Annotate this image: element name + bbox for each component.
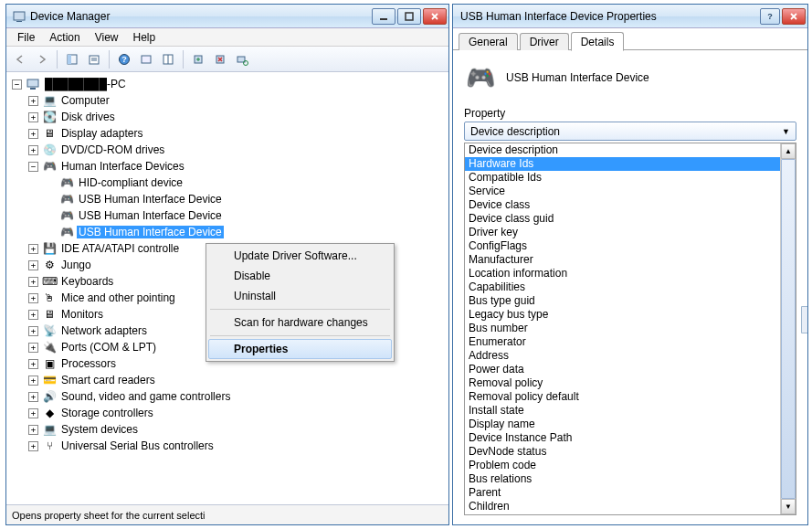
scrollbar[interactable]: ▲ ▼: [780, 143, 796, 514]
context-uninstall[interactable]: Uninstall: [208, 286, 392, 306]
menu-help[interactable]: Help: [126, 29, 163, 46]
property-list-item[interactable]: Device class guid: [465, 212, 780, 226]
property-list-item[interactable]: Bus type guid: [465, 294, 780, 308]
view-devices-button[interactable]: [136, 49, 156, 69]
maximize-button[interactable]: [397, 8, 421, 25]
tree-category[interactable]: +💽Disk drives: [8, 109, 447, 125]
menu-action[interactable]: Action: [42, 29, 87, 46]
tree-device-selected[interactable]: 🎮USB Human Interface Device: [8, 224, 447, 240]
tree-category[interactable]: +💻Computer: [8, 92, 447, 109]
property-list-item[interactable]: Compatible Ids: [465, 171, 780, 185]
context-properties[interactable]: Properties: [208, 339, 392, 359]
context-disable[interactable]: Disable: [208, 266, 392, 286]
expand-icon[interactable]: +: [28, 359, 38, 369]
expand-icon[interactable]: +: [28, 244, 38, 254]
property-list-item[interactable]: Device Instance Path: [465, 431, 780, 445]
scroll-down-button[interactable]: ▼: [781, 499, 796, 514]
property-list-item[interactable]: Driver Node Strong Name: [465, 513, 780, 514]
tree-device[interactable]: 🎮USB Human Interface Device: [8, 191, 447, 207]
property-list-item[interactable]: Location information: [465, 267, 780, 280]
property-list-item[interactable]: Children: [465, 500, 780, 513]
help-button[interactable]: ?: [114, 49, 134, 69]
back-button[interactable]: [10, 49, 30, 69]
expand-icon[interactable]: +: [28, 293, 38, 303]
minimize-button[interactable]: [372, 8, 395, 25]
context-menu[interactable]: Update Driver Software... Disable Uninst…: [206, 243, 395, 362]
property-list-item[interactable]: Display name: [465, 418, 780, 431]
property-list-item[interactable]: Device class: [465, 198, 780, 212]
property-list-item[interactable]: Enumerator: [465, 335, 780, 349]
tree-device[interactable]: 🎮HID-compliant device: [8, 175, 447, 191]
context-update-driver[interactable]: Update Driver Software...: [208, 246, 392, 266]
property-dropdown[interactable]: Device description ▼: [464, 122, 796, 141]
property-list-item[interactable]: DevNode status: [465, 445, 780, 459]
expand-icon[interactable]: +: [28, 326, 38, 336]
close-button[interactable]: [423, 8, 447, 25]
collapse-icon[interactable]: −: [28, 162, 38, 172]
expand-icon[interactable]: +: [28, 343, 38, 353]
expand-icon[interactable]: +: [28, 376, 38, 386]
view-resources-button[interactable]: [158, 49, 178, 69]
tab-details[interactable]: Details: [571, 32, 625, 51]
properties-toolbar-button[interactable]: [84, 49, 104, 69]
menu-view[interactable]: View: [88, 29, 126, 46]
scan-hardware-button[interactable]: [232, 49, 252, 69]
tree-category[interactable]: +🖥Display adapters: [8, 125, 447, 142]
property-list-item[interactable]: Driver key: [465, 226, 780, 239]
menu-file[interactable]: File: [10, 29, 42, 46]
help-button[interactable]: ?: [760, 8, 780, 25]
tree-root[interactable]: − ████████-PC: [8, 76, 447, 92]
expand-icon[interactable]: +: [28, 112, 38, 122]
property-list-item[interactable]: Install state: [465, 404, 780, 418]
property-list-item[interactable]: Hardware Ids: [465, 157, 780, 171]
expand-icon[interactable]: +: [28, 129, 38, 139]
expand-icon[interactable]: +: [28, 441, 38, 451]
expand-icon[interactable]: +: [28, 408, 38, 418]
property-list-item[interactable]: Address: [465, 349, 780, 363]
tab-driver[interactable]: Driver: [520, 33, 569, 50]
property-list-item[interactable]: Capabilities: [465, 280, 780, 294]
close-button[interactable]: [782, 8, 806, 25]
titlebar[interactable]: Device Manager: [6, 5, 448, 28]
context-scan[interactable]: Scan for hardware changes: [208, 312, 392, 333]
property-list-item[interactable]: Problem code: [465, 459, 780, 472]
property-list-item[interactable]: Bus number: [465, 322, 780, 335]
tree-category[interactable]: +💳Smart card readers: [8, 372, 447, 388]
expand-icon[interactable]: +: [28, 96, 38, 106]
property-list-item[interactable]: ConfigFlags: [465, 239, 780, 253]
scroll-thumb[interactable]: [781, 159, 796, 499]
titlebar[interactable]: USB Human Interface Device Properties ?: [453, 5, 807, 28]
update-driver-button[interactable]: [188, 49, 208, 69]
tree-category[interactable]: +💻System devices: [8, 421, 447, 438]
property-list-item[interactable]: Bus relations: [465, 472, 780, 486]
property-list-item[interactable]: Removal policy default: [465, 390, 780, 404]
tab-general[interactable]: General: [459, 33, 518, 50]
property-list-item[interactable]: Service: [465, 185, 780, 198]
expand-icon[interactable]: +: [28, 260, 38, 270]
tree-category-hid[interactable]: −🎮Human Interface Devices: [8, 158, 447, 175]
tree-category[interactable]: +◆Storage controllers: [8, 405, 447, 421]
expand-icon[interactable]: +: [28, 392, 38, 402]
forward-button[interactable]: [32, 49, 52, 69]
expand-icon[interactable]: +: [28, 310, 38, 320]
expand-icon[interactable]: +: [28, 145, 38, 155]
svg-text:?: ?: [767, 12, 773, 21]
property-list-item[interactable]: Power data: [465, 363, 780, 376]
tree-category[interactable]: +⑂Universal Serial Bus controllers: [8, 438, 447, 454]
tree-device[interactable]: 🎮USB Human Interface Device: [8, 207, 447, 224]
property-list-item[interactable]: Legacy bus type: [465, 308, 780, 322]
tree-category[interactable]: +🔊Sound, video and game controllers: [8, 388, 447, 405]
uninstall-driver-button[interactable]: [210, 49, 230, 69]
property-list-item[interactable]: Removal policy: [465, 376, 780, 390]
property-list-item[interactable]: Manufacturer: [465, 253, 780, 267]
expand-icon[interactable]: +: [28, 277, 38, 287]
property-listbox[interactable]: Device descriptionHardware IdsCompatible…: [464, 143, 796, 515]
tree-category[interactable]: +💿DVD/CD-ROM drives: [8, 142, 447, 158]
scroll-up-button[interactable]: ▲: [781, 143, 796, 159]
collapse-icon[interactable]: −: [12, 79, 22, 90]
sheet-expand-button[interactable]: [801, 306, 807, 333]
expand-icon[interactable]: +: [28, 425, 38, 435]
show-console-tree-button[interactable]: [62, 49, 82, 69]
property-list-item[interactable]: Device description: [465, 143, 780, 157]
property-list-item[interactable]: Parent: [465, 486, 780, 500]
